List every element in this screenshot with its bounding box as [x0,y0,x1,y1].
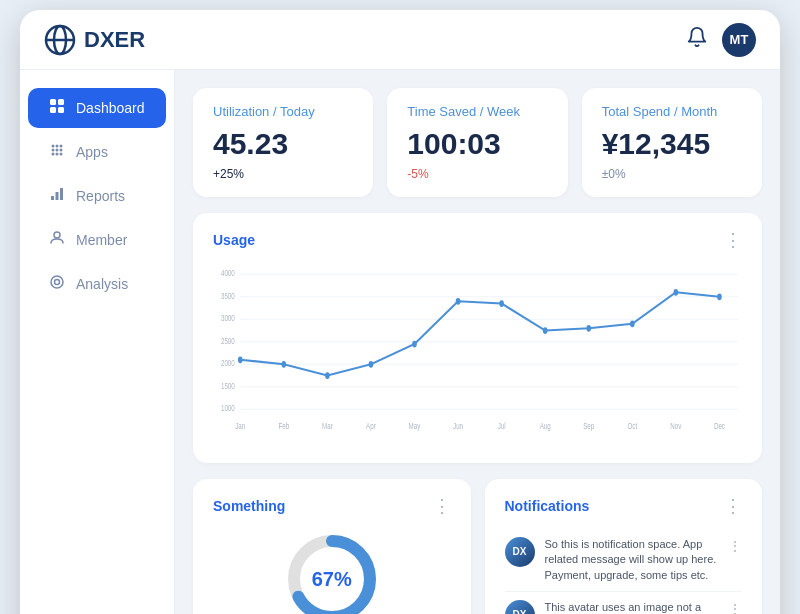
stat-change-2: ±0% [602,167,742,181]
analysis-icon [48,274,66,294]
svg-point-36 [238,356,243,363]
sidebar-label-analysis: Analysis [76,276,128,292]
svg-point-8 [56,145,59,148]
sidebar-item-analysis[interactable]: Analysis [28,264,166,304]
stat-value-1: 100:03 [407,127,547,161]
svg-text:Oct: Oct [627,421,637,431]
stat-card-totalspend: Total Spend / Month ¥12,345 ±0% [582,88,762,197]
something-card-header: Something ⋮ [213,495,451,517]
donut-label: 67% [312,568,352,591]
notif-menu-0[interactable]: ⋮ [728,537,742,557]
svg-rect-5 [50,107,56,113]
notif-text-1: This avatar uses an image not a vector d… [545,600,719,614]
sidebar-item-dashboard[interactable]: Dashboard [28,88,166,128]
svg-point-12 [60,149,63,152]
something-card: Something ⋮ 67% [193,479,471,614]
sidebar-item-reports[interactable]: Reports [28,176,166,216]
notifications-card: Notifications ⋮ DX So this is notificati… [485,479,763,614]
reports-icon [48,186,66,206]
svg-rect-18 [60,188,63,200]
stat-label-2: Total Spend / Month [602,104,742,119]
svg-point-38 [325,372,330,379]
something-menu-icon[interactable]: ⋮ [433,495,451,517]
sidebar-label-apps: Apps [76,144,108,160]
svg-text:Feb: Feb [278,421,289,431]
svg-point-10 [52,149,55,152]
stat-card-timesaved: Time Saved / Week 100:03 -5% [387,88,567,197]
svg-text:May: May [409,421,421,431]
bell-icon[interactable] [686,26,708,53]
header: DXER MT [20,10,780,70]
stat-label-0: Utilization / Today [213,104,353,119]
notif-item-0: DX So this is notification space. App re… [505,529,743,592]
notifications-title: Notifications [505,498,590,514]
svg-point-20 [51,276,63,288]
svg-text:Dec: Dec [714,421,725,431]
svg-rect-17 [56,192,59,200]
notif-item-1: DX This avatar uses an image not a vecto… [505,592,743,614]
svg-text:1000: 1000 [221,403,235,413]
logo-text: DXER [84,27,145,53]
svg-point-14 [56,153,59,156]
svg-rect-6 [58,107,64,113]
donut-container: 67% [213,529,451,614]
stat-value-0: 45.23 [213,127,353,161]
svg-point-39 [369,361,374,368]
svg-text:1500: 1500 [221,381,235,391]
svg-point-42 [499,300,504,307]
svg-point-43 [543,327,548,334]
sidebar-item-member[interactable]: Member [28,220,166,260]
svg-text:Jun: Jun [453,421,463,431]
apps-icon [48,142,66,162]
svg-text:4000: 4000 [221,268,235,278]
svg-text:Jul: Jul [498,421,506,431]
svg-text:Aug: Aug [540,421,551,431]
sidebar-label-member: Member [76,232,127,248]
svg-text:Nov: Nov [670,421,681,431]
stat-label-1: Time Saved / Week [407,104,547,119]
stat-cards: Utilization / Today 45.23 +25% Time Save… [193,88,762,197]
svg-point-7 [52,145,55,148]
svg-point-47 [717,293,722,300]
chart-header: Usage ⋮ [213,229,742,251]
svg-point-13 [52,153,55,156]
svg-text:Mar: Mar [322,421,333,431]
stat-change-1: -5% [407,167,547,181]
notif-menu-1[interactable]: ⋮ [728,600,742,614]
notifications-menu-icon[interactable]: ⋮ [724,495,742,517]
something-title: Something [213,498,285,514]
main-layout: Dashboard Apps [20,70,780,614]
svg-point-37 [281,361,286,368]
sidebar: Dashboard Apps [20,70,175,614]
stat-value-2: ¥12,345 [602,127,742,161]
svg-point-11 [56,149,59,152]
svg-text:Apr: Apr [366,421,376,431]
svg-rect-4 [58,99,64,105]
svg-text:2000: 2000 [221,358,235,368]
sidebar-label-reports: Reports [76,188,125,204]
logo: DXER [44,24,145,56]
sidebar-item-apps[interactable]: Apps [28,132,166,172]
logo-icon [44,24,76,56]
svg-point-44 [586,325,591,332]
notif-avatar-0: DX [505,537,535,567]
header-right: MT [686,23,756,57]
notif-avatar-1: DX [505,600,535,614]
svg-point-9 [60,145,63,148]
svg-text:3500: 3500 [221,291,235,301]
svg-text:Jan: Jan [235,421,245,431]
svg-point-15 [60,153,63,156]
svg-point-21 [55,280,60,285]
stat-change-0: +25% [213,167,353,181]
svg-point-40 [412,341,417,348]
svg-rect-16 [51,196,54,200]
chart-menu-icon[interactable]: ⋮ [724,229,742,251]
notif-text-0: So this is notification space. App relat… [545,537,719,583]
svg-point-19 [54,232,60,238]
chart-title: Usage [213,232,255,248]
notifications-list: DX So this is notification space. App re… [505,529,743,614]
svg-point-46 [674,289,679,296]
user-avatar[interactable]: MT [722,23,756,57]
sidebar-label-dashboard: Dashboard [76,100,145,116]
content-area: Utilization / Today 45.23 +25% Time Save… [175,70,780,614]
